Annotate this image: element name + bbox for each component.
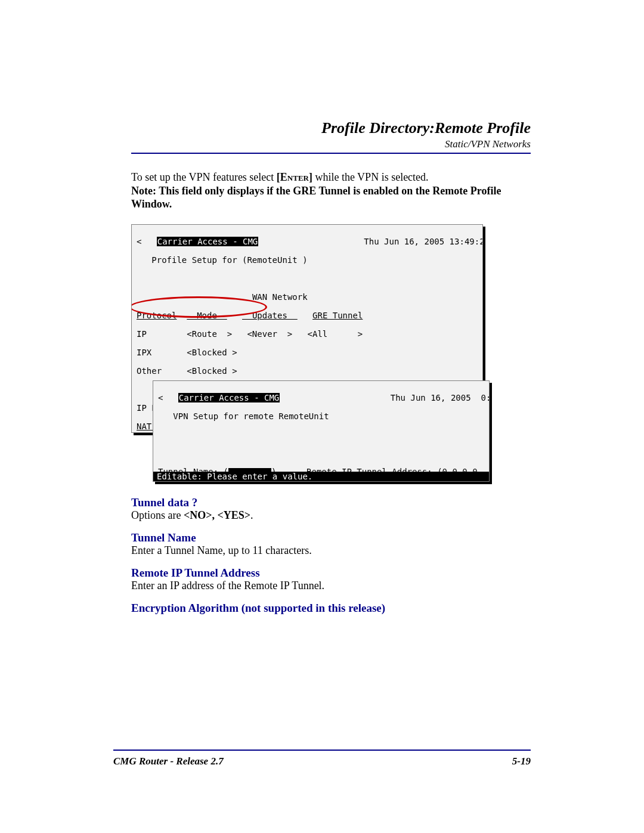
enter-key: [Enter] (277, 171, 312, 183)
intro-note: Note: This field only displays if the GR… (131, 185, 501, 210)
page-footer: CMG Router - Release 2.7 5-19 (113, 750, 531, 767)
footer-left: CMG Router - Release 2.7 (113, 755, 224, 767)
row-ip: IP <Route > <Never > <All > (137, 330, 478, 339)
col-updates: Updates (242, 311, 298, 320)
heading-encryption: Encryption Algorithm (not supported in t… (131, 602, 531, 615)
term-a-title: Carrier Access - CMG (157, 237, 259, 246)
term-b-title: Carrier Access - CMG (178, 393, 280, 402)
body-tunnel-data-post: . (250, 509, 253, 521)
col-protocol: Protocol (137, 311, 177, 320)
intro-paragraph: To set up the VPN features select [Enter… (131, 171, 531, 211)
footer-right: 5-19 (512, 755, 531, 767)
page-header: Profile Directory:Remote Profile Static/… (131, 119, 531, 150)
footer-rule (113, 750, 531, 751)
body-tunnel-name: Enter a Tunnel Name, up to 11 characters… (131, 544, 531, 557)
term-a-wan-network-label: WAN Network (252, 292, 308, 302)
col-mode: Mode (187, 311, 227, 320)
header-title: Profile Directory:Remote Profile (131, 119, 531, 137)
term-a-timestamp: Thu Jun 16, 2005 13:49:26_ (364, 237, 483, 246)
body-tunnel-data-pre: Options are (131, 509, 184, 521)
terminal-screenshots: < Carrier Access - CMG Thu Jun 16, 2005 … (131, 224, 489, 487)
body-remote-ip: Enter an IP address of the Remote IP Tun… (131, 580, 531, 592)
body-tunnel-data-bold: <NO>, <YES> (184, 509, 250, 521)
term-b-statusbar: Editable: Please enter a value. (153, 472, 489, 481)
term-b-setup-line: VPN Setup for remote RemoteUnit (158, 412, 484, 422)
term-a-profile-line: Profile Setup for (RemoteUnit ) (137, 256, 478, 265)
row-other: Other <Blocked > (137, 367, 478, 376)
document-page: Profile Directory:Remote Profile Static/… (0, 0, 644, 833)
heading-tunnel-data: Tunnel data ? (131, 496, 531, 509)
row-ipx: IPX <Blocked > (137, 348, 478, 358)
col-gre: GRE Tunnel (312, 311, 363, 320)
intro-post: while the VPN is selected. (312, 171, 429, 183)
heading-tunnel-name: Tunnel Name (131, 531, 531, 544)
term-b-timestamp: Thu Jun 16, 2005 0:02:42_ (391, 393, 490, 402)
body-tunnel-data: Options are <NO>, <YES>. (131, 509, 531, 522)
intro-pre: To set up the VPN features select (131, 171, 277, 183)
header-subtitle: Static/VPN Networks (131, 138, 531, 150)
header-rule (131, 153, 531, 154)
terminal-window-vpn-setup: < Carrier Access - CMG Thu Jun 16, 2005 … (153, 380, 490, 482)
heading-remote-ip: Remote IP Tunnel Address (131, 566, 531, 580)
